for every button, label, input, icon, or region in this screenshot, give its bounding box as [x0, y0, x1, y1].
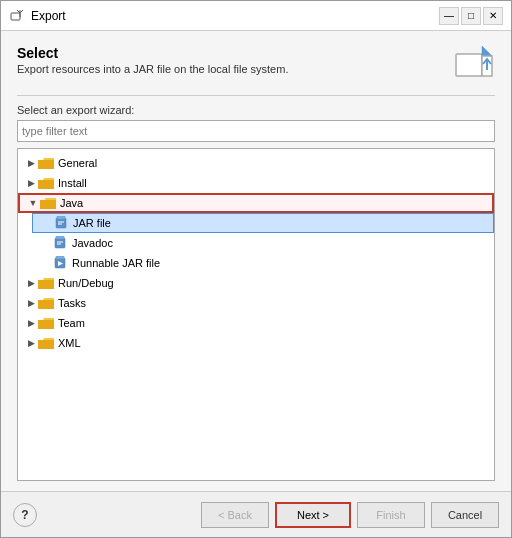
- folder-icon-tasks: [38, 296, 54, 310]
- close-button[interactable]: ✕: [483, 7, 503, 25]
- tree-item-javadoc-label: Javadoc: [72, 237, 113, 249]
- runnable-jar-icon: [52, 256, 68, 270]
- folder-icon-team: [38, 316, 54, 330]
- svg-rect-7: [57, 216, 65, 219]
- folder-icon-run-debug: [38, 276, 54, 290]
- chevron-right-icon: ▶: [24, 316, 38, 330]
- svg-rect-11: [56, 236, 64, 239]
- tree-item-general-label: General: [58, 157, 97, 169]
- next-button[interactable]: Next >: [275, 502, 351, 528]
- chevron-right-icon: ▶: [24, 156, 38, 170]
- tree-item-runnable-jar[interactable]: ▶ Runnable JAR file: [32, 253, 494, 273]
- tree-item-java[interactable]: ▼ Java: [18, 193, 494, 213]
- tree-container: ▶ General ▶ Install: [17, 148, 495, 481]
- tree-item-jar-label: JAR file: [73, 217, 111, 229]
- chevron-right-icon: ▶: [24, 176, 38, 190]
- tree-item-runnable-jar-label: Runnable JAR file: [72, 257, 160, 269]
- title-controls: — □ ✕: [439, 7, 503, 25]
- tree-item-install-label: Install: [58, 177, 87, 189]
- tree-item-xml[interactable]: ▶ XML: [18, 333, 494, 353]
- filter-label: Select an export wizard:: [17, 104, 495, 116]
- export-icon: [453, 45, 495, 81]
- javadoc-icon: [52, 236, 68, 250]
- tree-item-install[interactable]: ▶ Install: [18, 173, 494, 193]
- svg-rect-10: [55, 238, 65, 248]
- section-title: Select: [17, 45, 288, 61]
- tree-item-xml-label: XML: [58, 337, 81, 349]
- folder-icon-xml: [38, 336, 54, 350]
- tree-item-java-label: Java: [60, 197, 83, 209]
- minimize-button[interactable]: —: [439, 7, 459, 25]
- back-button[interactable]: < Back: [201, 502, 269, 528]
- section-header: Select Export resources into a JAR file …: [17, 45, 495, 81]
- export-dialog: Export — □ ✕ Select Export resources int…: [0, 0, 512, 538]
- chevron-right-icon: ▶: [24, 296, 38, 310]
- window-icon: [9, 8, 25, 24]
- svg-rect-2: [456, 54, 482, 76]
- svg-marker-3: [482, 46, 492, 56]
- svg-rect-0: [11, 13, 20, 20]
- divider: [17, 95, 495, 96]
- tree-item-tasks-label: Tasks: [58, 297, 86, 309]
- cancel-button[interactable]: Cancel: [431, 502, 499, 528]
- svg-rect-15: [56, 256, 64, 259]
- chevron-right-icon: ▶: [24, 336, 38, 350]
- tree-item-jar-file[interactable]: ▶ JAR file: [32, 213, 494, 233]
- filter-input[interactable]: [17, 120, 495, 142]
- section-text: Select Export resources into a JAR file …: [17, 45, 288, 75]
- chevron-right-icon: ▶: [24, 276, 38, 290]
- tree-item-run-debug-label: Run/Debug: [58, 277, 114, 289]
- svg-rect-6: [56, 218, 66, 228]
- finish-button[interactable]: Finish: [357, 502, 425, 528]
- folder-icon-install: [38, 176, 54, 190]
- dialog-content: Select Export resources into a JAR file …: [1, 31, 511, 491]
- tree-item-run-debug[interactable]: ▶ Run/Debug: [18, 273, 494, 293]
- folder-icon-java: [40, 196, 56, 210]
- tree-item-general[interactable]: ▶ General: [18, 153, 494, 173]
- title-bar-left: Export: [9, 8, 66, 24]
- chevron-down-icon: ▼: [26, 196, 40, 210]
- jar-file-icon: [53, 216, 69, 230]
- tree-item-team-label: Team: [58, 317, 85, 329]
- tree-item-javadoc[interactable]: ▶ Javadoc: [32, 233, 494, 253]
- window-title: Export: [31, 9, 66, 23]
- button-bar: ? < Back Next > Finish Cancel: [1, 491, 511, 537]
- tree-item-team[interactable]: ▶ Team: [18, 313, 494, 333]
- title-bar: Export — □ ✕: [1, 1, 511, 31]
- folder-icon-general: [38, 156, 54, 170]
- help-button[interactable]: ?: [13, 503, 37, 527]
- section-subtitle: Export resources into a JAR file on the …: [17, 63, 288, 75]
- nav-buttons: < Back Next > Finish Cancel: [201, 502, 499, 528]
- tree-item-tasks[interactable]: ▶ Tasks: [18, 293, 494, 313]
- maximize-button[interactable]: □: [461, 7, 481, 25]
